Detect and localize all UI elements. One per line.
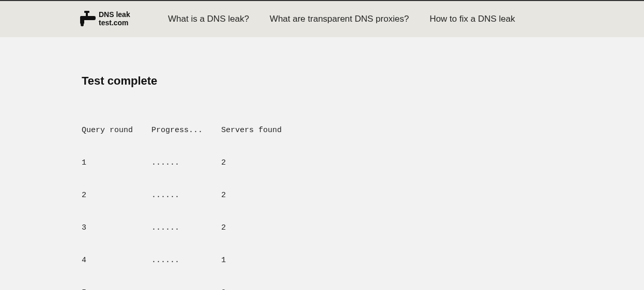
- faucet-icon: DNS leak test.com: [79, 9, 146, 29]
- site-logo[interactable]: DNS leak test.com: [79, 9, 146, 29]
- progress-header-prog: Progress...: [151, 125, 221, 136]
- svg-rect-1: [86, 11, 88, 16]
- main-content: Test complete Query roundProgress...Serv…: [0, 37, 644, 290]
- progress-header-found: Servers found: [221, 125, 282, 136]
- main-nav: What is a DNS leak? What are transparent…: [168, 14, 515, 24]
- nav-transparent-proxies[interactable]: What are transparent DNS proxies?: [270, 14, 409, 24]
- progress-header-round: Query round: [82, 125, 151, 136]
- progress-row: 3......2: [82, 222, 566, 233]
- page-title: Test complete: [82, 74, 566, 88]
- logo-text-line2: test.com: [99, 19, 129, 27]
- logo-text-line1: DNS leak: [99, 10, 130, 19]
- site-header: DNS leak test.com What is a DNS leak? Wh…: [0, 1, 644, 37]
- progress-row: 2......2: [82, 190, 566, 201]
- progress-header-row: Query roundProgress...Servers found: [82, 125, 566, 136]
- progress-row: 1......2: [82, 157, 566, 168]
- progress-row: 5......2: [82, 287, 566, 290]
- query-progress: Query roundProgress...Servers found 1...…: [82, 103, 566, 290]
- progress-row: 4......1: [82, 255, 566, 266]
- nav-what-is-dns-leak[interactable]: What is a DNS leak?: [168, 14, 249, 24]
- nav-how-to-fix[interactable]: How to fix a DNS leak: [430, 14, 515, 24]
